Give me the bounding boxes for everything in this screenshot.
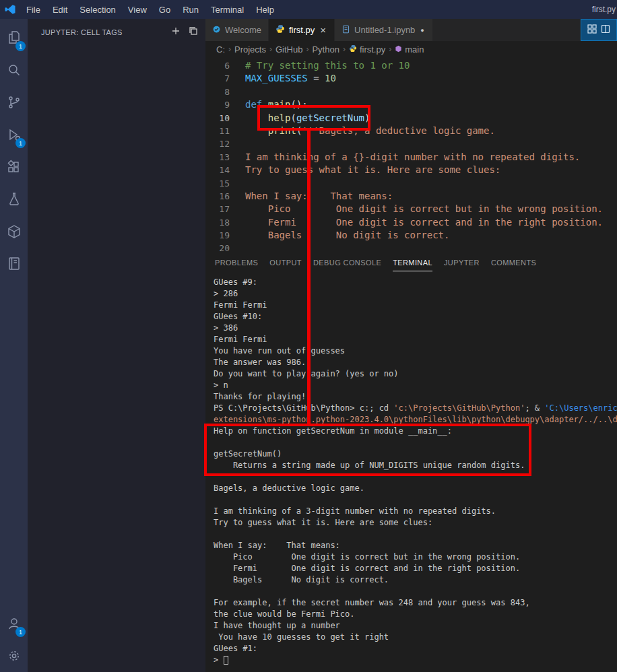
terminal-line: GUees #9: [214,277,617,288]
editor-line[interactable]: 6# Try setting this to 1 or 10 [205,59,617,72]
terminal-line: extensions\ms-python.python-2023.4.0\pyt… [214,414,617,426]
settings-gear-icon[interactable] [0,640,28,672]
close-icon[interactable]: × [319,24,327,36]
tab-label: Welcome [225,25,261,35]
terminal-line: You have 10 guesses to get it right [214,632,617,643]
terminal-text: getSecretNum() [214,449,282,459]
editor-line[interactable]: 13I am thinking of a {}-digit number wit… [205,151,617,164]
breadcrumb-item[interactable]: Projects [234,44,266,55]
vscode-logo-icon [0,3,20,15]
terminal-text: For example, if the secret number was 24… [214,598,530,607]
editor-line[interactable]: 9def main(): [205,98,617,111]
source-control-icon[interactable] [0,86,28,119]
add-cell-tag-icon[interactable] [170,26,181,39]
run-debug-icon[interactable]: 1 [0,119,28,151]
panel-tab-jupyter[interactable]: JUPYTER [444,255,480,271]
menu-run[interactable]: Run [176,5,205,15]
line-number: 16 [205,190,230,203]
terminal-line: I am thinking of a 3-digit number with n… [214,506,617,517]
editor-line[interactable]: 11 print('''Bagels, a deductive logic ga… [205,125,617,137]
line-number: 7 [205,72,230,85]
editor-line[interactable]: 17 Pico One digit is correct but in the … [205,203,617,215]
terminal-text: Try to guess what it is. Here are some c… [214,518,432,527]
copy-stack-icon[interactable] [188,26,199,39]
breadcrumb-item-file[interactable]: first.py [349,44,385,55]
tab-untitled-ipynb[interactable]: Untitled-1.ipynb ● [335,19,433,41]
code-text: Try to guess what it is. Here are some c… [245,164,500,176]
tab-welcome[interactable]: Welcome [205,19,269,41]
panel-tab-debug-console[interactable]: DEBUG CONSOLE [313,255,381,271]
menu-terminal[interactable]: Terminal [205,5,250,15]
terminal-text: > 386 [214,323,238,333]
symbol-function-icon [395,44,402,55]
breadcrumb-item[interactable]: Python [312,44,339,55]
terminal-text: I am thinking of a 3-digit number with n… [214,506,496,516]
menu-help[interactable]: Help [250,5,280,15]
tab-label: Untitled-1.ipynb [354,25,415,35]
terminal-line: getSecretNum() [214,448,617,460]
terminal-text: Fermi Fermi [214,335,267,344]
editor-line[interactable]: 7MAX_GUESSES = 10 [205,72,617,85]
breadcrumb-separator: › [389,44,391,54]
terminal-text: PS C:\Projects\GitHub\Python> c:; cd 'c:… [214,403,617,413]
sidebar-title: JUPYTER: CELL TAGS [41,28,170,36]
code-text: Fermi One digit is correct and in the ri… [245,216,603,229]
modified-dot-icon[interactable]: ● [419,27,425,34]
search-icon[interactable] [0,54,28,86]
editor-line[interactable]: 8 [205,86,617,98]
explorer-icon[interactable]: 1 [0,22,28,54]
editor-line[interactable]: 12 [205,137,617,150]
breadcrumb-item[interactable]: C: [216,44,225,55]
packages-icon[interactable] [0,215,28,248]
terminal-text: extensions\ms-python.python-2023.4.0\pyt… [214,415,617,424]
terminal-text: GUees #9: [214,277,257,287]
editor-line[interactable]: 19 Bagels No digit is correct. [205,229,617,242]
line-number: 10 [205,112,230,125]
code-editor[interactable]: 6# Try setting this to 1 or 107MAX_GUESS… [205,57,617,254]
panel-tab-terminal[interactable]: TERMINAL [393,255,432,271]
terminal-line: > 386 [214,323,617,334]
menu-go[interactable]: Go [153,5,176,15]
code-text: MAX_GUESSES = 10 [245,72,336,85]
line-number: 6 [205,59,230,72]
terminal-text: I have thought up a number [214,621,340,630]
editor-line[interactable]: 16When I say: That means: [205,190,617,203]
terminal-text: GUees #10: [214,312,262,321]
menu-view[interactable]: View [122,5,153,15]
editor-actions [581,19,617,41]
editor-line[interactable]: 15 [205,177,617,190]
line-number: 11 [205,125,230,137]
ipynb-notebook-icon [342,25,350,36]
breadcrumb-item-symbol[interactable]: main [395,44,424,55]
variables-grid-icon[interactable] [587,24,597,37]
code-text: Pico One digit is correct but in the wro… [245,203,603,215]
editor-line[interactable]: 14Try to guess what it is. Here are some… [205,164,617,176]
breadcrumb-item[interactable]: GitHub [275,44,302,55]
tab-first-py[interactable]: first.py × [269,19,335,41]
notebook-icon[interactable] [0,248,28,280]
line-number: 12 [205,137,230,150]
terminal-line: When I say: That means: [214,540,617,551]
terminal-line: Try to guess what it is. Here are some c… [214,517,617,529]
terminal-line: > 286 [214,288,617,300]
menu-selection[interactable]: Selection [73,5,121,15]
accounts-icon[interactable]: 1 [0,607,28,640]
testing-icon[interactable] [0,183,28,215]
editor-line[interactable]: 18 Fermi One digit is correct and in the… [205,216,617,229]
terminal-text: The answer was 986. [214,358,306,367]
extensions-icon[interactable] [0,151,28,183]
panel-tab-output[interactable]: OUTPUT [269,255,302,271]
bottom-panel: PROBLEMS OUTPUT DEBUG CONSOLE TERMINAL J… [205,254,617,672]
panel-tab-comments[interactable]: COMMENTS [491,255,536,271]
activity-bar: 1 1 1 [0,19,28,672]
terminal-output[interactable]: GUees #9:> 286Fermi FermiGUees #10:> 386… [205,271,617,672]
terminal-line: Fermi Fermi [214,300,617,311]
menu-edit[interactable]: Edit [46,5,73,15]
panel-tab-problems[interactable]: PROBLEMS [215,255,258,271]
terminal-line: Fermi Fermi [214,334,617,345]
editor-line[interactable]: 20 [205,242,617,254]
editor-line[interactable]: 10 help(getSecretNum) [205,112,617,125]
breadcrumb-symbol-label: main [405,44,424,55]
split-editor-icon[interactable] [600,24,611,37]
menu-file[interactable]: File [20,5,46,15]
